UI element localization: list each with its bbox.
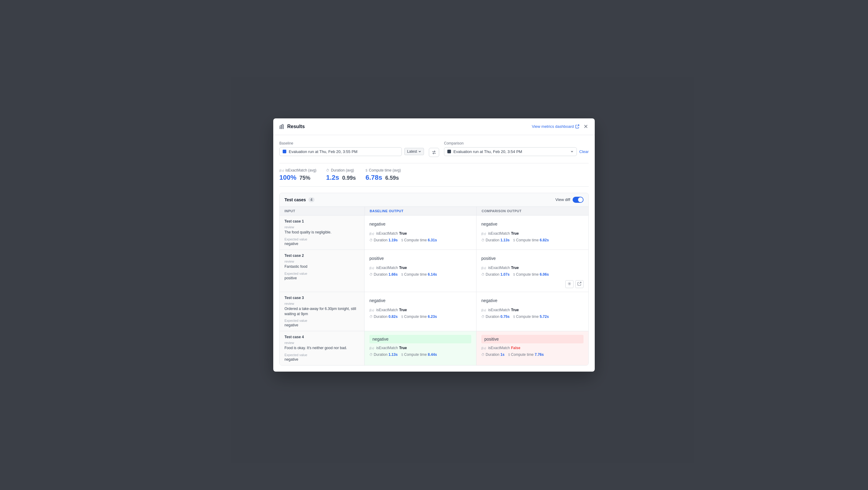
baseline-output-cell-1: negative f(x) isExactMatch True ⏱ Durati… bbox=[365, 215, 476, 250]
baseline-output-cell-4: negative f(x) isExactMatch True ⏱ Durati… bbox=[365, 331, 476, 365]
latest-badge[interactable]: Latest bbox=[404, 148, 424, 155]
table-row: Test case 3 review Ordered a take-away f… bbox=[280, 292, 588, 332]
metric-duration-values: 1.2s 0.99s bbox=[326, 174, 356, 181]
baseline-label: Baseline bbox=[279, 141, 424, 145]
dollar-icon: $ bbox=[513, 272, 515, 276]
test-case-4-label: Test case 4 bbox=[284, 335, 360, 339]
comparison-metrics-1: f(x) isExactMatch True bbox=[481, 231, 584, 236]
dollar-icon: $ bbox=[513, 238, 515, 242]
expected-label-3: Expected value bbox=[284, 319, 360, 322]
table-row: Test case 4 review Food is okay. It's ne… bbox=[280, 331, 588, 365]
test-cases-count: 4 bbox=[308, 197, 315, 202]
input-value-2: Fantastic food bbox=[284, 264, 360, 269]
comparison-section: Comparison Evaluation run at Thu, Feb 20… bbox=[444, 141, 589, 156]
header-right: View metrics dashboard ✕ bbox=[532, 123, 589, 131]
svg-rect-2 bbox=[283, 124, 284, 129]
modal-title: Results bbox=[287, 124, 305, 129]
metric-compute-baseline: 6.78s bbox=[366, 174, 382, 181]
dollar-icon: $ bbox=[401, 238, 403, 242]
baseline-timing-2: ⏱ Duration 1.66s $ Compute time 6.14s bbox=[369, 272, 471, 277]
comparison-label: Comparison bbox=[444, 141, 589, 145]
close-button[interactable]: ✕ bbox=[583, 123, 589, 131]
comparison-color-dot bbox=[447, 150, 451, 153]
expected-value-1: negative bbox=[284, 242, 360, 246]
col-header-baseline: BASELINE OUTPUT bbox=[365, 207, 476, 215]
view-metrics-button[interactable]: View metrics dashboard bbox=[532, 124, 580, 129]
fx-icon: f(x) bbox=[369, 266, 374, 269]
clock-icon: ⏱ bbox=[481, 315, 485, 318]
dollar-icon: $ bbox=[401, 353, 403, 356]
comparison-timing-2: ⏱ Duration 1.07s $ Compute time 6.06s bbox=[481, 272, 584, 277]
svg-point-3 bbox=[569, 283, 570, 284]
expected-label-1: Expected value bbox=[284, 237, 360, 241]
metric-duration-baseline: 1.2s bbox=[326, 174, 339, 181]
baseline-metrics-3: f(x) isExactMatch True bbox=[369, 308, 471, 312]
input-value-3: Ordered a take-away for 6.30pm tonight, … bbox=[284, 306, 360, 317]
input-field-label-4: review bbox=[284, 341, 360, 345]
comparison-output-1: negative bbox=[481, 219, 584, 229]
modal-body: Baseline Evaluation run at Thu, Feb 20, … bbox=[273, 135, 595, 372]
settings-icon-btn[interactable] bbox=[565, 280, 574, 288]
external-link-icon bbox=[575, 124, 579, 128]
expected-label-2: Expected value bbox=[284, 272, 360, 276]
baseline-output-cell-2: positive f(x) isExactMatch True ⏱ Durati… bbox=[365, 250, 476, 292]
test-case-3-label: Test case 3 bbox=[284, 296, 360, 300]
view-diff-toggle[interactable] bbox=[572, 197, 584, 203]
test-cases-title: Test cases 4 bbox=[284, 197, 314, 202]
input-field-label-3: review bbox=[284, 302, 360, 306]
clock-icon: ⏱ bbox=[481, 353, 485, 356]
chevron-down-icon bbox=[570, 150, 574, 153]
col-header-input: INPUT bbox=[280, 207, 365, 215]
expected-value-4: negative bbox=[284, 357, 360, 362]
metric-isexactmatch-compare: 75% bbox=[299, 175, 310, 181]
baseline-metrics-1: f(x) isExactMatch True bbox=[369, 231, 471, 236]
results-modal: Results View metrics dashboard ✕ Bas bbox=[273, 118, 595, 372]
comparison-run-select[interactable]: Evaluation run at Thu, Feb 20, 3:54 PM bbox=[444, 147, 577, 156]
input-value-4: Food is okay. It's neither good nor bad. bbox=[284, 345, 360, 351]
swap-icon bbox=[432, 150, 436, 155]
table-header: INPUT BASELINE OUTPUT COMPARISON OUTPUT bbox=[280, 207, 588, 215]
svg-rect-1 bbox=[281, 125, 282, 129]
baseline-section: Baseline Evaluation run at Thu, Feb 20, … bbox=[279, 141, 424, 156]
input-field-label-1: review bbox=[284, 225, 360, 229]
metric-compute-label: $ Compute time (avg) bbox=[366, 168, 401, 172]
view-diff-row: View diff bbox=[555, 197, 584, 203]
fx-icon: f(x) bbox=[481, 346, 486, 350]
gear-icon bbox=[567, 282, 571, 286]
swap-button[interactable] bbox=[429, 148, 439, 157]
baseline-run-label: Evaluation run at Thu, Feb 20, 3:55 PM bbox=[289, 149, 399, 154]
comparison-output-2: positive bbox=[481, 254, 584, 263]
test-cases-header: Test cases 4 View diff bbox=[280, 193, 588, 207]
comparison-output-3: negative bbox=[481, 296, 584, 306]
comparison-run-row: Evaluation run at Thu, Feb 20, 3:54 PM C… bbox=[444, 147, 589, 156]
dollar-icon: $ bbox=[508, 353, 510, 356]
clock-icon: ⏱ bbox=[369, 238, 373, 242]
comparison-run-label: Evaluation run at Thu, Feb 20, 3:54 PM bbox=[454, 149, 568, 154]
metric-duration-compare: 0.99s bbox=[342, 175, 356, 181]
comparison-output-cell-4: positive f(x) isExactMatch False ⏱ Durat… bbox=[476, 331, 588, 365]
dollar-icon: $ bbox=[401, 272, 403, 276]
chevron-down-icon bbox=[418, 150, 421, 153]
clock-icon: ⏱ bbox=[326, 169, 329, 172]
dollar-icon: $ bbox=[513, 315, 515, 318]
clock-icon: ⏱ bbox=[369, 272, 373, 276]
clear-button[interactable]: Clear bbox=[579, 149, 589, 154]
comparison-row: Baseline Evaluation run at Thu, Feb 20, … bbox=[279, 141, 589, 157]
fx-icon: f(x) bbox=[481, 266, 486, 269]
baseline-run-select[interactable]: Evaluation run at Thu, Feb 20, 3:55 PM bbox=[279, 147, 402, 156]
fx-icon: f(x) bbox=[481, 308, 486, 312]
metric-compute: $ Compute time (avg) 6.78s 6.59s bbox=[366, 168, 401, 181]
fx-icon: f(x) bbox=[369, 232, 374, 235]
metrics-row: f(x) isExactMatch (avg) 100% 75% ⏱ Durat… bbox=[279, 163, 589, 187]
comparison-timing-1: ⏱ Duration 1.13s $ Compute time 6.82s bbox=[481, 238, 584, 242]
expected-value-3: negative bbox=[284, 323, 360, 327]
fx-icon: f(x) bbox=[369, 346, 374, 350]
external-link-icon-btn[interactable] bbox=[575, 280, 584, 288]
baseline-output-2: positive bbox=[369, 254, 471, 263]
modal-header: Results View metrics dashboard ✕ bbox=[273, 118, 595, 135]
input-cell-2: Test case 2 review Fantastic food Expect… bbox=[280, 250, 365, 292]
baseline-metrics-2: f(x) isExactMatch True bbox=[369, 266, 471, 270]
clock-icon: ⏱ bbox=[481, 238, 485, 242]
comparison-timing-3: ⏱ Duration 0.75s $ Compute time 5.72s bbox=[481, 315, 584, 319]
input-field-label-2: review bbox=[284, 260, 360, 263]
